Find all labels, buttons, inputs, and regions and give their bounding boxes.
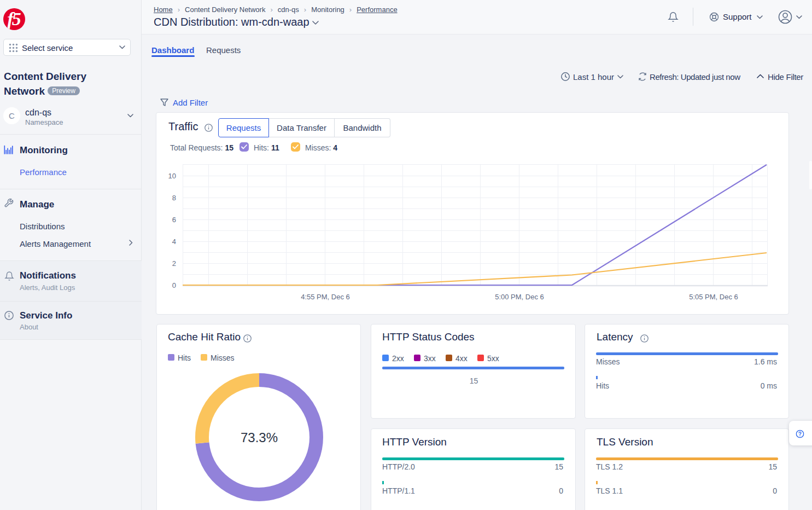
svg-text:4:55 PM, Dec 6: 4:55 PM, Dec 6 — [301, 293, 350, 301]
svg-text:4: 4 — [172, 237, 176, 246]
svg-text:0: 0 — [172, 281, 176, 289]
svg-text:2: 2 — [172, 259, 176, 268]
svg-text:6: 6 — [172, 216, 176, 224]
svg-text:5:00 PM, Dec 6: 5:00 PM, Dec 6 — [495, 293, 544, 301]
svg-text:5:05 PM, Dec 6: 5:05 PM, Dec 6 — [689, 293, 738, 301]
svg-text:10: 10 — [168, 172, 176, 180]
svg-text:8: 8 — [172, 194, 176, 202]
